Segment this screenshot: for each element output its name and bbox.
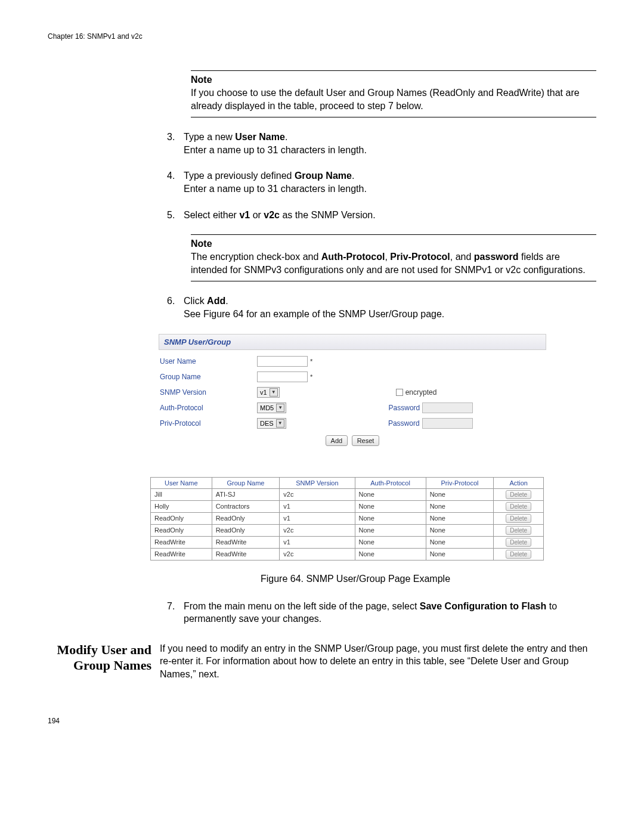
note-block-2: Note The encryption check-box and Auth-P… — [191, 234, 596, 281]
table-cell: None — [355, 524, 426, 536]
priv-protocol-select[interactable]: DES ▼ — [257, 418, 286, 429]
text-bold: v1 — [239, 210, 250, 220]
chevron-down-icon: ▼ — [276, 419, 284, 428]
text: , and — [450, 252, 474, 262]
table-cell: ATI-SJ — [212, 488, 280, 500]
encrypted-checkbox[interactable] — [396, 389, 403, 396]
text-bold: User Name — [235, 132, 285, 142]
required-asterisk: * — [310, 358, 312, 365]
step-number: 4. — [167, 169, 184, 195]
label-user-name: User Name — [159, 357, 257, 366]
step-3: 3. Type a new User Name. Enter a name up… — [167, 131, 596, 156]
text: Enter a name up to 31 characters in leng… — [184, 145, 367, 155]
snmp-version-select[interactable]: v1 ▼ — [257, 387, 280, 398]
delete-button[interactable]: Delete — [506, 514, 531, 523]
text-bold: Group Name — [295, 171, 352, 181]
table-cell: ReadWrite — [151, 536, 212, 548]
table-cell: None — [355, 500, 426, 512]
text: Type a previously defined — [184, 171, 295, 181]
text-bold: Auth-Protocol — [321, 252, 385, 262]
table-cell: v1 — [280, 536, 355, 548]
label-password: Password — [380, 404, 422, 412]
table-cell: ReadWrite — [212, 536, 280, 548]
label-password: Password — [380, 419, 422, 428]
table-cell-action: Delete — [494, 512, 544, 524]
reset-button[interactable]: Reset — [352, 435, 380, 446]
text: or — [250, 210, 264, 220]
step-number: 5. — [167, 209, 184, 222]
table-cell: ReadOnly — [212, 512, 280, 524]
add-button[interactable]: Add — [326, 435, 348, 446]
delete-button[interactable]: Delete — [506, 526, 531, 535]
snmp-usergroup-table: User NameGroup NameSNMP VersionAuth-Prot… — [150, 477, 544, 561]
text: . — [352, 171, 354, 181]
step-5: 5. Select either v1 or v2c as the SNMP V… — [167, 209, 596, 222]
text-bold: Add — [207, 296, 225, 306]
table-cell: None — [355, 536, 426, 548]
delete-button[interactable]: Delete — [506, 502, 531, 511]
section-body: If you need to modify an entry in the SN… — [160, 642, 596, 681]
section-heading: Modify User and Group Names — [48, 642, 160, 681]
table-cell: Contractors — [212, 500, 280, 512]
select-value: v1 — [260, 389, 267, 396]
label-encrypted: encrypted — [405, 388, 437, 397]
table-cell: ReadWrite — [212, 548, 280, 560]
label-group-name: Group Name — [159, 373, 257, 381]
table-header: Action — [494, 477, 544, 488]
text: Click — [184, 296, 207, 306]
table-cell-action: Delete — [494, 524, 544, 536]
step-7: 7. From the main menu on the left side o… — [167, 600, 596, 625]
table-cell: None — [426, 536, 494, 548]
table-cell-action: Delete — [494, 500, 544, 512]
note-body: If you choose to use the default User an… — [191, 86, 596, 112]
label-snmp-version: SNMP Version — [159, 388, 257, 397]
table-cell: v2c — [280, 548, 355, 560]
table-header: Auth-Protocol — [355, 477, 426, 488]
table-cell-action: Delete — [494, 536, 544, 548]
table-cell: v2c — [280, 488, 355, 500]
group-name-input[interactable] — [257, 371, 308, 382]
page-number: 194 — [48, 717, 596, 725]
table-cell: None — [355, 488, 426, 500]
chapter-header: Chapter 16: SNMPv1 and v2c — [48, 32, 596, 41]
step-number: 3. — [167, 131, 184, 156]
text: See Figure 64 for an example of the SNMP… — [184, 309, 444, 319]
table-cell: None — [355, 548, 426, 560]
table-row: ReadWriteReadWritev1NoneNoneDelete — [151, 536, 544, 548]
step-number: 6. — [167, 295, 184, 320]
text: . — [285, 132, 287, 142]
text: as the SNMP Version. — [280, 210, 376, 220]
step-6: 6. Click Add. See Figure 64 for an examp… — [167, 295, 596, 320]
chevron-down-icon: ▼ — [276, 404, 284, 412]
delete-button[interactable]: Delete — [506, 550, 531, 559]
table-row: ReadOnlyReadOnlyv1NoneNoneDelete — [151, 512, 544, 524]
panel-title: SNMP User/Group — [159, 334, 546, 350]
table-cell: None — [426, 524, 494, 536]
table-cell-action: Delete — [494, 488, 544, 500]
table-cell: None — [426, 488, 494, 500]
user-name-input[interactable] — [257, 356, 308, 367]
label-priv-protocol: Priv-Protocol — [159, 419, 257, 428]
text: Enter a name up to 31 characters in leng… — [184, 184, 367, 194]
table-row: JillATI-SJv2cNoneNoneDelete — [151, 488, 544, 500]
auth-password-input[interactable] — [422, 402, 473, 413]
figure-caption: Figure 64. SNMP User/Group Page Example — [159, 574, 552, 584]
label-auth-protocol: Auth-Protocol — [159, 404, 257, 412]
select-value: DES — [260, 420, 274, 427]
text: The encryption check-box and — [191, 252, 321, 262]
text: Select either — [184, 210, 239, 220]
table-cell: None — [426, 512, 494, 524]
delete-button[interactable]: Delete — [506, 538, 531, 547]
table-cell: v1 — [280, 500, 355, 512]
note-title: Note — [191, 239, 596, 249]
table-cell: ReadOnly — [212, 524, 280, 536]
priv-password-input[interactable] — [422, 418, 473, 429]
select-value: MD5 — [260, 404, 274, 411]
auth-protocol-select[interactable]: MD5 ▼ — [257, 402, 286, 413]
table-cell: v2c — [280, 524, 355, 536]
chevron-down-icon: ▼ — [270, 388, 278, 397]
table-header: Priv-Protocol — [426, 477, 494, 488]
table-cell: ReadOnly — [151, 512, 212, 524]
delete-button[interactable]: Delete — [506, 490, 531, 499]
table-cell: ReadWrite — [151, 548, 212, 560]
